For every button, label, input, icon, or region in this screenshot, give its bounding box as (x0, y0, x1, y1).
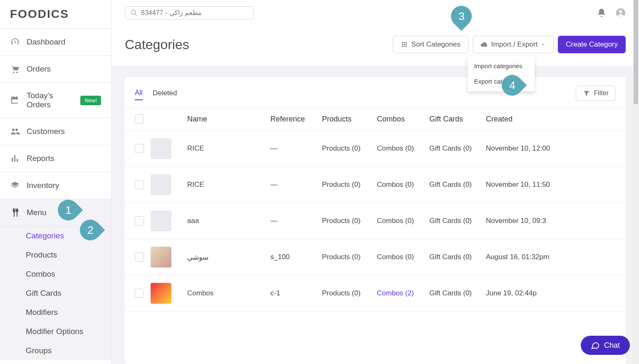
sidebar-item-label: Menu (27, 208, 47, 217)
sidebar-item-inventory[interactable]: Inventory (0, 172, 111, 199)
sidebar-item-orders[interactable]: Orders (0, 56, 111, 83)
row-checkbox[interactable] (135, 144, 144, 153)
cell-created: June 19, 02:44p (486, 289, 625, 297)
col-combos: Combos (377, 115, 429, 124)
tab-deleted[interactable]: Deleted (153, 89, 177, 100)
chat-icon (591, 341, 600, 350)
browser-scrollbar[interactable] (633, 0, 639, 364)
col-giftcards: Gift Cards (429, 115, 486, 124)
svg-line-1 (135, 14, 137, 16)
cell-giftcards[interactable]: Gift Cards (0) (429, 217, 486, 225)
bell-icon[interactable] (597, 8, 607, 18)
cell-name: Combos (187, 289, 270, 297)
grid-icon (401, 41, 408, 48)
create-category-button[interactable]: Create Category (558, 36, 626, 53)
chevron-down-icon (541, 42, 546, 47)
sort-categories-button[interactable]: Sort Categories (393, 36, 468, 53)
import-export-button[interactable]: Import / Export (473, 36, 554, 53)
sidebar-item-todays-orders[interactable]: Today's Orders New! (0, 83, 111, 118)
cart-icon (10, 64, 20, 74)
chat-widget[interactable]: Chat (581, 336, 630, 355)
svg-point-3 (619, 10, 622, 13)
button-label: Sort Categories (411, 40, 461, 49)
table-row[interactable]: RICE—Products (0)Combos (0)Gift Cards (0… (125, 131, 626, 167)
sidebar-item-label: Dashboard (27, 37, 65, 47)
cell-combos[interactable]: Combos (0) (377, 253, 429, 261)
brand-logo: FOODICS (0, 0, 111, 29)
table-row[interactable]: aaa—Products (0)Combos (0)Gift Cards (0)… (125, 203, 626, 239)
row-checkbox[interactable] (135, 289, 144, 298)
col-created: Created (486, 115, 625, 124)
layers-icon (10, 181, 20, 191)
cell-giftcards[interactable]: Gift Cards (0) (429, 144, 486, 153)
row-checkbox[interactable] (135, 253, 144, 262)
button-label: Import / Export (491, 40, 537, 49)
cell-products[interactable]: Products (0) (322, 217, 377, 225)
cell-products[interactable]: Products (0) (322, 253, 377, 261)
cell-name: سوشي (187, 253, 270, 262)
dropdown-import[interactable]: Import categories (468, 58, 535, 74)
cell-name: RICE (187, 144, 270, 153)
sidebar-item-reports[interactable]: Reports (0, 145, 111, 172)
cell-products[interactable]: Products (0) (322, 289, 377, 297)
row-thumbnail (151, 174, 171, 195)
subnav-groups[interactable]: Groups (0, 341, 111, 360)
subnav-combos[interactable]: Combos (0, 265, 111, 284)
cell-reference: — (270, 217, 322, 225)
categories-table: Name Reference Products Combos Gift Card… (125, 107, 626, 364)
subnav-modifier-options[interactable]: Modifier Options (0, 322, 111, 341)
filter-button[interactable]: Filter (576, 86, 616, 101)
cell-products[interactable]: Products (0) (322, 181, 377, 189)
cell-created: November 10, 09:3 (486, 217, 625, 225)
sidebar-submenu: Categories Products Combos Gift Cards Mo… (0, 226, 111, 360)
cell-combos[interactable]: Combos (0) (377, 144, 429, 153)
main: Categories Sort Categories Import / Expo… (111, 0, 639, 364)
sidebar-item-dashboard[interactable]: Dashboard (0, 29, 111, 56)
button-label: Filter (594, 89, 609, 97)
tabs-row: All Deleted Filter (125, 77, 626, 103)
cell-combos[interactable]: Combos (0) (377, 217, 429, 225)
table-row[interactable]: سوشيs_100Products (0)Combos (0)Gift Card… (125, 239, 626, 275)
content-card: All Deleted Filter Name Reference Produc… (125, 77, 626, 364)
table-row[interactable]: RICE—Products (0)Combos (0)Gift Cards (0… (125, 167, 626, 203)
cell-giftcards[interactable]: Gift Cards (0) (429, 289, 486, 297)
cell-created: August 16, 01:32pm (486, 253, 625, 261)
cell-giftcards[interactable]: Gift Cards (0) (429, 181, 486, 189)
calendar-icon (10, 95, 20, 105)
new-badge: New! (80, 96, 101, 105)
row-thumbnail (151, 283, 171, 304)
cell-created: November 10, 12:00 (486, 144, 625, 153)
cell-products[interactable]: Products (0) (322, 144, 377, 153)
cell-reference: s_100 (270, 253, 322, 261)
row-checkbox[interactable] (135, 180, 144, 189)
sidebar-item-label: Customers (27, 127, 65, 136)
search-box[interactable] (125, 6, 254, 20)
row-thumbnail (151, 210, 171, 231)
search-input[interactable] (141, 9, 248, 17)
cell-combos[interactable]: Combos (2) (377, 289, 429, 297)
select-all-checkbox[interactable] (135, 114, 144, 124)
table-row[interactable]: Combosc-1Products (0)Combos (2)Gift Card… (125, 275, 626, 312)
topbar (111, 0, 639, 26)
col-reference: Reference (270, 115, 322, 124)
cell-combos[interactable]: Combos (0) (377, 181, 429, 189)
col-name: Name (187, 115, 270, 124)
table-header: Name Reference Products Combos Gift Card… (125, 107, 626, 131)
cell-reference: c-1 (270, 289, 322, 297)
subnav-modifiers[interactable]: Modifiers (0, 303, 111, 322)
cell-name: RICE (187, 181, 270, 189)
subnav-products[interactable]: Products (0, 245, 111, 265)
page-header: Categories Sort Categories Import / Expo… (111, 26, 639, 66)
cloud-icon (480, 41, 488, 48)
gauge-icon (10, 37, 20, 47)
utensils-icon (10, 208, 20, 218)
bars-icon (10, 154, 20, 163)
tab-all[interactable]: All (135, 89, 143, 100)
user-icon[interactable] (616, 8, 626, 18)
cell-created: November 10, 11:50 (486, 181, 625, 189)
subnav-gift-cards[interactable]: Gift Cards (0, 284, 111, 303)
sidebar-item-customers[interactable]: Customers (0, 118, 111, 145)
row-checkbox[interactable] (135, 216, 144, 225)
users-icon (10, 126, 20, 136)
cell-giftcards[interactable]: Gift Cards (0) (429, 253, 486, 261)
